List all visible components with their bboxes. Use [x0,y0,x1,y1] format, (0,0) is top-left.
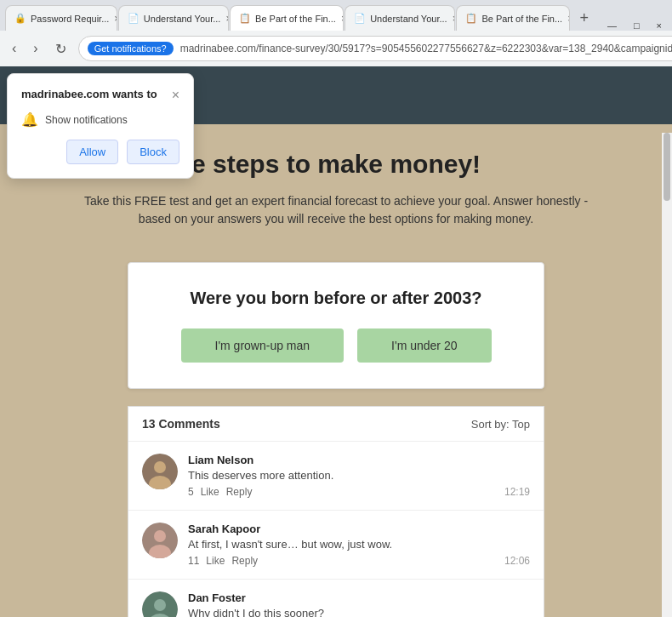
address-text: madrinabee.com/finance-survey/30/5917?s=… [180,43,672,54]
notification-popup: madrinabee.com wants to × 🔔 Show notific… [7,73,194,179]
comment-likes-sarah: 11 [188,555,199,567]
bell-icon: 🔔 [21,111,38,128]
comment-reply-button-liam[interactable]: Reply [226,486,253,498]
comment-text-liam: This deserves more attention. [188,469,530,482]
comment-time-sarah: 12:06 [504,555,530,567]
tab-label-understand1: Understand Your... [144,14,221,24]
tab-favicon-bepart: 📋 [239,13,251,25]
comment-name-dan: Dan Foster [188,591,530,604]
reload-button[interactable]: ↻ [50,37,71,60]
notif-allow-button[interactable]: Allow [66,140,118,164]
tab-favicon-understand2: 📄 [354,13,366,25]
tab-label-bepart2: Be Part of the Fin... [481,14,562,24]
notif-actions: Allow Block [21,140,179,164]
comment-actions-sarah: 11 Like Reply 12:06 [188,555,530,567]
address-bar[interactable]: Get notifications? madrinabee.com/financ… [78,36,672,61]
maximize-button[interactable]: □ [634,20,640,31]
avatar-dan [142,591,178,617]
comment-body-dan: Dan Foster Why didn't I do this sooner? … [188,591,530,617]
comment-reply-button-sarah[interactable]: Reply [231,555,258,567]
svg-point-11 [154,599,166,611]
comments-section: 13 Comments Sort by: Top Liam Nelson Thi… [128,406,544,617]
quiz-box: Were you born before or after 2003? I'm … [128,262,544,389]
quiz-option2-button[interactable]: I'm under 20 [357,328,491,363]
tab-favicon-bepart2: 📋 [465,13,477,25]
comment-name-liam: Liam Nelson [188,454,530,466]
notif-text: Show notifications [45,114,128,126]
comments-count: 13 Comments [142,417,220,431]
comment-body-sarah: Sarah Kapoor At first, I wasn't sure… bu… [188,523,530,567]
tab-understand1[interactable]: 📄 Understand Your... × [118,5,229,31]
back-button[interactable]: ‹ [7,37,21,60]
tab-close-bepart[interactable]: × [341,13,344,25]
tab-close-bepart2[interactable]: × [567,13,570,25]
comment-item: Dan Foster Why didn't I do this sooner? … [128,580,544,617]
comment-time-liam: 12:19 [504,486,530,498]
minimize-button[interactable]: — [607,20,617,31]
scrollbar[interactable] [662,133,672,617]
comment-item: Liam Nelson This deserves more attention… [128,442,544,511]
tab-understand2[interactable]: 📄 Understand Your... × [345,5,455,31]
notif-body: 🔔 Show notifications [21,111,179,128]
new-tab-button[interactable]: + [571,9,597,27]
tab-favicon-understand1: 📄 [128,13,140,25]
forward-button[interactable]: › [28,37,43,60]
scrollbar-thumb[interactable] [663,133,670,201]
tab-password[interactable]: 🔒 Password Requir... × [5,5,117,31]
comments-header: 13 Comments Sort by: Top [128,407,544,442]
comment-likes-liam: 5 [188,486,194,498]
tab-close-password[interactable]: × [114,13,117,25]
notif-block-button[interactable]: Block [127,140,179,164]
navigation-bar: ‹ › ↻ Get notifications? madrinabee.com/… [0,31,672,66]
comment-like-button-liam[interactable]: Like [201,486,219,498]
tab-label-understand2: Understand Your... [370,14,447,24]
avatar-liam [142,454,178,489]
tab-close-understand1[interactable]: × [225,13,229,25]
page-content: Online Test e steps to make money! Take … [0,66,672,617]
tab-label-password: Password Requir... [31,14,109,24]
browser-chrome: 🔒 Password Requir... × 📄 Understand Your… [0,0,672,66]
comment-body-liam: Liam Nelson This deserves more attention… [188,454,530,498]
notif-domain: madrinabee.com wants to [21,88,157,100]
notifications-pill[interactable]: Get notifications? [88,42,174,55]
comment-item: Sarah Kapoor At first, I wasn't sure… bu… [128,511,544,580]
quiz-question: Were you born before or after 2003? [145,289,527,308]
quiz-buttons: I'm grown-up man I'm under 20 [145,328,527,363]
comment-actions-liam: 5 Like Reply 12:19 [188,486,530,498]
sort-by-label[interactable]: Sort by: Top [471,418,530,431]
tab-close-understand2[interactable]: × [453,13,456,25]
quiz-option1-button[interactable]: I'm grown-up man [181,328,345,363]
close-button[interactable]: × [657,20,662,31]
notif-header: madrinabee.com wants to × [21,88,179,103]
comment-like-button-sarah[interactable]: Like [206,555,225,567]
hero-description: Take this FREE test and get an expert fi… [81,192,591,228]
svg-point-5 [154,461,166,473]
tab-label-bepart: Be Part of the Fin... [255,14,336,24]
comment-text-sarah: At first, I wasn't sure… but wow, just w… [188,538,530,551]
comment-name-sarah: Sarah Kapoor [188,523,530,535]
tab-bepart-active[interactable]: 📋 Be Part of the Fin... × [230,5,344,31]
tab-bar: 🔒 Password Requir... × 📄 Understand Your… [0,0,672,31]
svg-point-8 [154,530,166,542]
notif-close-button[interactable]: × [172,88,179,103]
tab-bepart2[interactable]: 📋 Be Part of the Fin... × [456,5,570,31]
tab-favicon-password: 🔒 [14,13,26,25]
comment-text-dan: Why didn't I do this sooner? [188,607,530,617]
avatar-sarah [142,523,178,558]
